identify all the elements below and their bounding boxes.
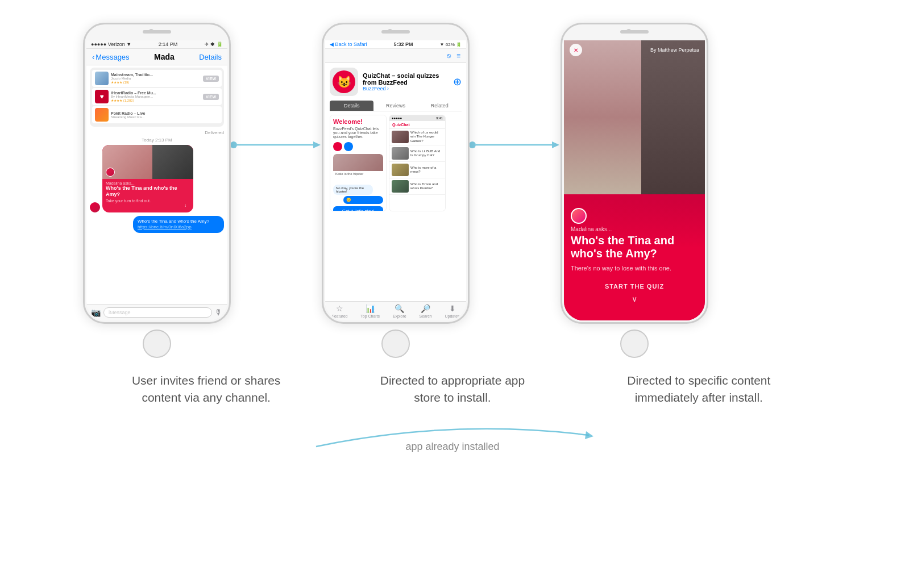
curved-arrow-svg (282, 412, 623, 458)
buzz-top-bar: ✕ By Matthew Perpetua (564, 40, 705, 60)
card-arrow: ↓ (106, 203, 190, 210)
status-icons: ✈ ✱ 🔋 (205, 41, 223, 47)
sender-avatar (90, 202, 100, 212)
chevron-down-icon: ∨ (571, 294, 698, 303)
appstore-time: 5:32 PM (394, 41, 413, 47)
quiz-item-1: Which of us would win The Hunger Games? (389, 129, 445, 145)
user-avatars (333, 142, 383, 151)
label3-text: Directed to specific content (613, 372, 784, 389)
quiz-item-3: Who is more of a mess? (389, 162, 445, 178)
view-btn-1[interactable]: VIEW (203, 76, 219, 82)
label3-text2: immediately after install. (613, 389, 784, 406)
quiz-item-2: Who Is Lil BUB And Is Grumpy Cat? (389, 145, 445, 162)
quiz-text-3: Who is more of a mess? (410, 166, 443, 174)
arrow2-svg (470, 136, 561, 153)
phone2-home-button[interactable] (381, 330, 410, 358)
nav-search[interactable]: 🔎 Search (419, 304, 431, 318)
view-btn-2[interactable]: VIEW (203, 94, 219, 100)
quiz-thumb-4 (392, 180, 409, 193)
app-icon: 😺 (330, 68, 358, 96)
label3: Directed to specific content immediately… (613, 372, 784, 407)
top-charts-label: Top Charts (360, 314, 380, 318)
bottom-section: app already installed (83, 412, 822, 453)
download-button[interactable]: ⊕ (453, 76, 462, 88)
svg-marker-8 (585, 431, 593, 439)
list-icon[interactable]: ≡ (456, 52, 460, 60)
nav-updates[interactable]: ⬇ Updates (445, 304, 459, 318)
face-tina (564, 40, 641, 194)
app-icon-3 (95, 108, 109, 122)
app-icon-2: ♥ (95, 90, 109, 103)
buzz-question: Who's the Tina and who's the Amy? (571, 234, 698, 260)
quiz-thumbnail: Katie is the hipster (333, 154, 383, 182)
arrow2-col (470, 136, 561, 153)
message-timestamp: Today 2:13 PM (90, 137, 224, 143)
hero-image (564, 40, 705, 194)
start-quiz-button[interactable]: START THE QUIZ (571, 283, 698, 290)
arrow1-col (231, 136, 322, 153)
quiz-item-4: Who is Timon and who's Pumba? (389, 178, 445, 195)
phones-section: ●●●●● Verizon ▼ 2:14 PM ✈ ✱ 🔋 ‹ Messages… (83, 23, 822, 358)
app-developer[interactable]: BuzzFeed › (363, 86, 449, 91)
app-header: 😺 QuizChat – social quizzes from BuzzFee… (325, 63, 466, 101)
sent-message: Who's the Tina and who's the Amy? https:… (133, 216, 224, 233)
back-to-safari[interactable]: ◀ Back to Safari (330, 41, 367, 47)
nav-explore[interactable]: 🔍 Explore (393, 304, 406, 318)
card-body: Madalina asks... Who's the Tina and who'… (102, 179, 193, 212)
appstore-tabs: Details Reviews Related (330, 101, 462, 111)
messages-content: Mainstream, Traditio... Jazzio Media ★★★… (86, 65, 227, 311)
close-button[interactable]: ✕ (570, 44, 582, 56)
svg-marker-7 (552, 141, 559, 148)
mic-icon[interactable]: 🎙 (215, 308, 223, 317)
appstore-navbar: ⎋ ≡ (325, 49, 466, 63)
chat-title: Mada (154, 52, 175, 61)
tab-reviews[interactable]: Reviews (373, 101, 417, 111)
nav-top-charts[interactable]: 📊 Top Charts (360, 304, 380, 318)
tab-related[interactable]: Related (418, 101, 462, 111)
content-overlay: Madalina asks... Who's the Tina and who'… (564, 199, 705, 320)
welcome-title: Welcome! (333, 118, 383, 125)
quizchat-header: QuizChat (389, 121, 445, 129)
phone1-screen: ●●●●● Verizon ▼ 2:14 PM ✈ ✱ 🔋 ‹ Messages… (86, 40, 227, 320)
details-button[interactable]: Details (199, 53, 222, 61)
phone1-status-bar: ●●●●● Verizon ▼ 2:14 PM ✈ ✱ 🔋 (86, 40, 227, 49)
card-question: Who's the Tina and who's the Amy? (106, 185, 190, 198)
cta-button[interactable]: Got it, let's play! (333, 206, 383, 211)
quiz-card[interactable]: Madalina asks... Who's the Tina and who'… (102, 145, 193, 212)
avatar1 (333, 142, 342, 151)
label2-text: Directed to appropriate app (367, 372, 538, 389)
tab-details[interactable]: Details (330, 101, 373, 111)
updates-icon: ⬇ (449, 304, 456, 313)
phone3-home-button[interactable] (620, 330, 649, 358)
camera-icon[interactable]: 📷 (91, 308, 101, 317)
imessage-input[interactable]: iMessage (103, 307, 212, 318)
phone1-home-button[interactable] (143, 330, 171, 358)
chat-msg-1: No way, you're the hipster! (333, 185, 373, 195)
phone2-screen: ◀ Back to Safari 5:32 PM ▼ 62% 🔋 ⎋ ≡ (325, 40, 466, 320)
featured-label: Featured (331, 314, 347, 318)
battery-status: ▼ 62% 🔋 (440, 42, 462, 47)
explore-label: Explore (393, 314, 406, 318)
phone3-frame: ✕ By Matthew Perpetua Madalina asks... W… (561, 23, 708, 324)
card-small-avatar (106, 168, 115, 177)
app-suggestion-cards: Mainstream, Traditio... Jazzio Media ★★★… (90, 68, 224, 127)
phone2-col: ◀ Back to Safari 5:32 PM ▼ 62% 🔋 ⎋ ≡ (322, 23, 470, 358)
svg-point-0 (231, 141, 237, 148)
buzzfeed-screen: ✕ By Matthew Perpetua Madalina asks... W… (564, 40, 705, 320)
back-button[interactable]: ‹ Messages (92, 53, 130, 61)
bottom-nav: ☆ Featured 📊 Top Charts 🔍 Explore 🔎 (325, 301, 466, 320)
updates-label: Updates (445, 314, 459, 318)
share-icon[interactable]: ⎋ (447, 52, 451, 60)
quiz-thumb-1 (392, 131, 409, 143)
time: 2:14 PM (159, 41, 178, 47)
label1-text2: content via any channel. (121, 389, 292, 406)
card-cta: Take your turn to find out. (106, 199, 190, 203)
search-icon: 🔎 (421, 304, 430, 313)
buzz-asks: Madalina asks... (571, 226, 698, 232)
avatar2 (344, 142, 353, 151)
app-text-3: Pokit Radio – Live Streaming Music Ra... (111, 111, 219, 119)
phone2-status-bar: ◀ Back to Safari 5:32 PM ▼ 62% 🔋 (325, 40, 466, 49)
buzz-tagline: There's no way to lose with this one. (571, 265, 698, 272)
main-container: ●●●●● Verizon ▼ 2:14 PM ✈ ✱ 🔋 ‹ Messages… (0, 0, 905, 464)
nav-featured[interactable]: ☆ Featured (331, 304, 347, 318)
